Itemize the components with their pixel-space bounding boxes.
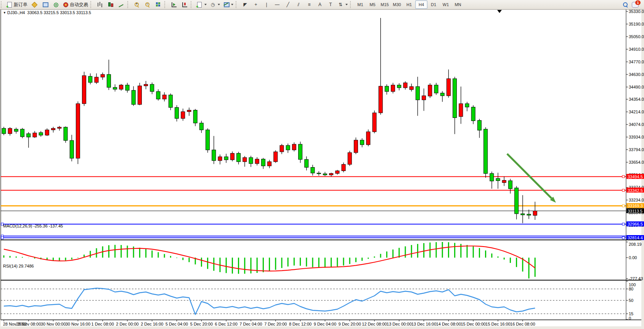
signal-icon xyxy=(53,2,59,8)
text-button[interactable]: A xyxy=(315,0,325,9)
chart-shift-button[interactable] xyxy=(179,0,190,9)
price-tick: 34630.0 xyxy=(629,72,644,77)
time-label: 15 Dec 00:00 xyxy=(461,322,485,326)
price-tick: 34910.0 xyxy=(629,47,644,52)
time-label: 15 Dec 16:00 xyxy=(485,322,510,326)
timeframe-m5-button[interactable]: M5 xyxy=(366,0,379,9)
arrows-button[interactable]: ⇅ xyxy=(336,0,349,9)
timeframe-d1-button[interactable]: D1 xyxy=(427,0,440,9)
bar-chart-button[interactable] xyxy=(95,0,105,9)
auto-scroll-button[interactable] xyxy=(169,0,179,9)
toolbar-grip xyxy=(127,1,131,8)
line-handle xyxy=(622,223,625,225)
search-icon[interactable] xyxy=(623,2,628,7)
terminal-button[interactable] xyxy=(40,0,50,9)
price-badge-text: 33113.5 xyxy=(628,209,642,213)
line-chart-icon xyxy=(118,2,124,8)
auto-scroll-icon xyxy=(171,2,177,8)
vertical-line-button[interactable]: | xyxy=(261,0,272,9)
indicators-button[interactable]: + xyxy=(195,0,208,9)
time-label: 16 Dec 08:00 xyxy=(510,322,535,326)
zoom-out-button[interactable]: − xyxy=(142,0,153,9)
add-indicator-icon: + xyxy=(196,2,202,8)
new-order-button[interactable]: + 新订单 xyxy=(5,0,29,9)
time-label: 5 Dec 04:00 xyxy=(165,322,188,326)
new-order-icon: + xyxy=(6,2,13,8)
macd-tick: 0.00 xyxy=(629,255,637,260)
toolbar-grip xyxy=(236,1,239,8)
crosshair-icon: + xyxy=(253,2,259,8)
market-watch-icon xyxy=(31,2,37,8)
time-label: 1 Dec 08:00 xyxy=(92,322,114,326)
line-handle xyxy=(622,237,625,239)
timeframe-m15-button[interactable]: M15 xyxy=(379,0,391,9)
candlestick-chart-button[interactable] xyxy=(105,0,116,9)
chat-icon[interactable]: 1 xyxy=(632,2,639,8)
chevron-down-icon xyxy=(345,4,348,5)
line-handle xyxy=(622,205,625,207)
autotrading-button[interactable]: 自动交易 xyxy=(61,0,90,9)
time-label: 5 Dec 20:00 xyxy=(190,322,213,326)
signals-button[interactable] xyxy=(50,0,61,9)
line-handle xyxy=(622,189,625,192)
price-tick: 33794.0 xyxy=(629,147,644,152)
macd-indicator-label: MACD(12,26,9) -255.36 -137.45 xyxy=(3,224,63,228)
toolbar-grip xyxy=(191,1,194,8)
price-tick: 34490.0 xyxy=(629,85,644,89)
new-order-label: 新订单 xyxy=(14,2,27,8)
price-tick: 34214.0 xyxy=(629,110,644,114)
price-badge-text: 33342.5 xyxy=(628,188,643,193)
market-watch-button[interactable] xyxy=(29,0,40,9)
crosshair-button[interactable]: + xyxy=(251,0,261,9)
timeframe-h1-button[interactable]: H1 xyxy=(403,0,415,9)
price-badge-text: 33494.5 xyxy=(628,174,643,179)
tile-windows-button[interactable] xyxy=(153,0,164,9)
periods-button[interactable]: ◷ xyxy=(208,0,222,9)
price-tick: 33234.0 xyxy=(629,198,644,202)
rsi-indicator-label: RSI(14) 29.7486 xyxy=(3,264,34,268)
fibonacci-button[interactable]: ≡ xyxy=(304,0,315,9)
price-tick: 34770.0 xyxy=(629,60,644,64)
autotrading-label: 自动交易 xyxy=(70,2,88,8)
zoom-out-icon: − xyxy=(145,2,151,8)
price-tick: 34074.0 xyxy=(629,122,644,127)
channel-button[interactable]: ⫽ xyxy=(293,0,304,9)
timeframe-w1-button[interactable]: W1 xyxy=(440,0,452,9)
price-tick: 34354.0 xyxy=(629,97,644,102)
time-label: 30 Nov 16:00 xyxy=(66,322,90,326)
zoom-in-button[interactable]: + xyxy=(132,0,142,9)
macd-tick: 208.19 xyxy=(629,242,642,247)
rsi-tick: 15 xyxy=(629,311,633,316)
timeframe-m30-button[interactable]: M30 xyxy=(391,0,403,9)
time-label: 13 Dec 16:00 xyxy=(411,322,436,326)
horizontal-line-button[interactable]: — xyxy=(272,0,283,9)
symbol-period-label: DJ30-,H4 xyxy=(7,10,25,15)
time-label: 9 Dec 20:00 xyxy=(339,322,361,326)
toolbar-grip xyxy=(90,1,94,8)
time-label: 30 Nov 00:00 xyxy=(41,322,66,326)
chevron-down-icon xyxy=(231,4,233,5)
tile-windows-icon xyxy=(155,2,161,8)
chart-shift-icon xyxy=(181,2,188,8)
vertical-line-icon: | xyxy=(263,2,270,8)
time-label: 29 Nov 08:00 xyxy=(16,322,41,326)
timeframe-m1-button[interactable]: M1 xyxy=(354,0,366,9)
notification-badge: 1 xyxy=(635,0,641,5)
line-handle xyxy=(1,237,3,239)
zoom-in-icon: + xyxy=(134,2,140,8)
chart-menu-triangle-icon[interactable]: ▼ xyxy=(3,11,6,15)
toolbar-grip xyxy=(350,1,353,8)
text-label-button[interactable]: T xyxy=(325,0,336,9)
time-label: 14 Dec 08:00 xyxy=(436,322,461,326)
rsi-tick: 50 xyxy=(629,298,633,303)
timeframe-h4-button[interactable]: H4 xyxy=(415,0,427,9)
price-chart[interactable]: 35330.035190.035050.034910.034770.034630… xyxy=(0,9,644,329)
templates-button[interactable] xyxy=(222,0,235,9)
cursor-button[interactable]: ◤ xyxy=(240,0,251,9)
price-tick: 35050.0 xyxy=(629,34,644,39)
trendline-button[interactable]: ╱ xyxy=(283,0,293,9)
timeframe-mn-button[interactable]: MN xyxy=(452,0,464,9)
time-label: 12 Dec 08:00 xyxy=(362,322,387,326)
line-chart-button[interactable] xyxy=(116,0,127,9)
equidistant-channel-icon: ⫽ xyxy=(296,2,302,8)
